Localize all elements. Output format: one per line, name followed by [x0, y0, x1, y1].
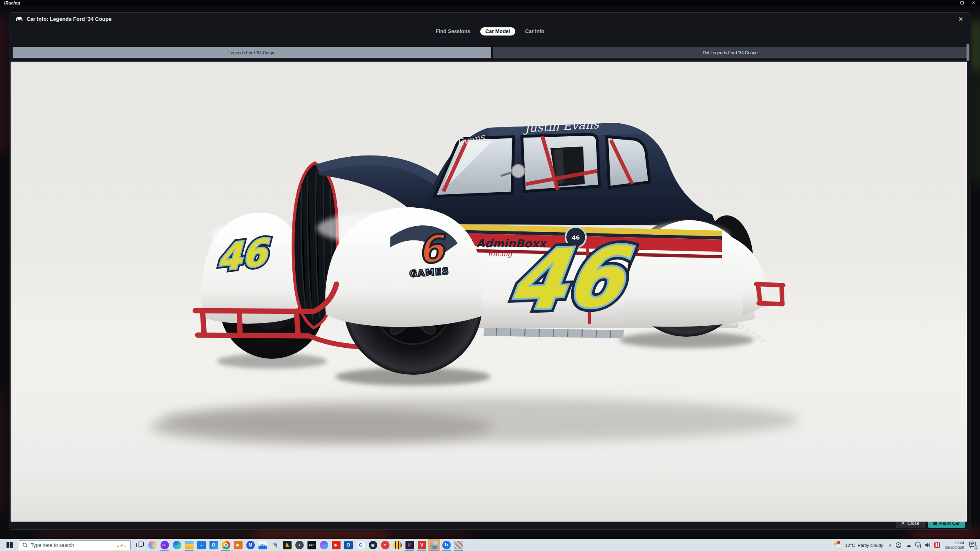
network-icon[interactable] [915, 542, 922, 549]
taskbar-icon-films-tv[interactable]: ▶ [232, 539, 244, 551]
search-highlights-icon[interactable]: ✦✦✦ [116, 541, 127, 549]
backdrop-glow [973, 20, 980, 73]
backdrop-glow [973, 78, 980, 184]
taskbar-icon-microsoft-store[interactable]: ▪ [195, 539, 207, 551]
car-model-bars: Legends Ford '34 CoupeDirt Legends Ford … [13, 47, 967, 58]
tab-find-sessions[interactable]: Find Sessions [434, 27, 472, 36]
taskbar-icon-active-browser[interactable] [428, 539, 440, 551]
backdrop-glow [0, 392, 6, 514]
minimize-button[interactable]: – [948, 1, 953, 5]
taskbar-search[interactable]: ✦✦✦ [19, 540, 131, 550]
file-explorer-icon [185, 541, 194, 549]
svg-text:46: 46 [503, 229, 637, 329]
taskbar: ✦✦✦ G+▪O▶Msky◥♞•BBC▶OG◉≈MV↻ 12°C Partly … [0, 539, 980, 551]
car-render: 46 46 46 Justin Evans [11, 62, 967, 522]
tab-car-model[interactable]: Car Model [480, 27, 515, 36]
bee-app-icon [393, 541, 402, 549]
pixel-game-icon [454, 541, 463, 549]
modal-title: Car Info: Legends Ford '34 Coupe [27, 16, 111, 22]
svg-text:Racing: Racing [488, 250, 513, 258]
taskbar-icon-file-explorer[interactable] [183, 539, 195, 551]
tray-chevron-icon[interactable]: ∧ [889, 543, 891, 547]
bird-game-icon: ◥ [271, 541, 279, 549]
paint-icon [933, 521, 937, 525]
backdrop-glow [911, 530, 980, 539]
task-view-button[interactable] [132, 539, 145, 551]
notification-center[interactable]: 1 [969, 541, 978, 549]
taskbar-icon-edge[interactable] [171, 539, 183, 551]
taskbar-icon-expressvpn[interactable]: ≈ [379, 539, 391, 551]
car-icon [15, 16, 23, 22]
side-mirror [512, 164, 525, 178]
chrome-icon [222, 541, 230, 549]
backdrop-glow [37, 531, 470, 539]
clock-app-icon: • [295, 541, 304, 549]
outlook-icon: O [209, 541, 218, 549]
mcafee-icon: M [405, 541, 414, 549]
taskbar-icon-game-character[interactable]: ♞ [281, 539, 293, 551]
fender-number: 46 46 46 [217, 231, 270, 279]
maximize-button[interactable] [960, 1, 964, 4]
blue-ring-app-icon: G [356, 541, 365, 549]
clock-time: 20:24 [944, 540, 964, 545]
system-tray: 12°C Partly cloudy ∧ ☁ 20:24 09/10/2025 … [834, 539, 980, 551]
clock-date: 09/10/2025 [944, 545, 964, 550]
weather-widget[interactable]: 12°C Partly cloudy [834, 541, 884, 549]
search-input[interactable] [31, 542, 114, 548]
taskbar-icon-copilot[interactable] [146, 539, 158, 551]
app-m-icon: M [246, 541, 255, 549]
taskbar-icon-clock-app[interactable]: • [293, 539, 305, 551]
car-3d-viewer[interactable]: 46 46 46 Justin Evans [11, 62, 967, 522]
tab-car-info[interactable]: Car Info [523, 27, 546, 36]
steam-icon: ◉ [369, 541, 377, 549]
taskbar-icon-bee-app[interactable] [391, 539, 403, 551]
app-titlebar: iRacing – ✕ [0, 0, 980, 6]
weather-icon [834, 541, 843, 549]
start-button[interactable] [0, 539, 19, 551]
taskbar-icon-steam[interactable]: ◉ [367, 539, 379, 551]
taskbar-icon-youtube[interactable]: ▶ [330, 539, 342, 551]
modal-scrollbar-thumb[interactable] [967, 44, 969, 61]
taskbar-icon-drive-sync[interactable]: ↻ [440, 539, 452, 551]
car-info-modal: Car Info: Legends Ford '34 Coupe ✕ Find … [9, 12, 971, 530]
notification-badge: 1 [974, 545, 978, 550]
youtube-icon: ▶ [332, 541, 341, 549]
taskbar-icon-shield-v[interactable]: V [416, 539, 428, 551]
taskbar-clock[interactable]: 20:24 09/10/2025 [944, 540, 964, 550]
bbc-iplayer-icon: BBC [307, 541, 316, 549]
copilot-icon [148, 541, 157, 549]
taskbar-icon-google-plus[interactable]: G+ [158, 539, 171, 551]
backdrop-glow [253, 531, 388, 538]
taskbar-icon-bbc-iplayer[interactable]: BBC [305, 539, 318, 551]
taskbar-icon-pixel-game[interactable] [452, 539, 465, 551]
taskbar-icon-app-m[interactable]: M [244, 539, 256, 551]
edge-icon [173, 541, 181, 549]
weather-condition: Partly cloudy [858, 543, 883, 548]
volume-icon[interactable] [924, 542, 931, 549]
taskbar-icon-mcafee[interactable]: M [403, 539, 416, 551]
game-character-icon: ♞ [283, 541, 292, 549]
close-window-button[interactable]: ✕ [971, 1, 976, 5]
taskbar-icon-bird-game[interactable]: ◥ [269, 539, 281, 551]
tray-app-icon[interactable] [934, 542, 940, 548]
films-tv-icon: ▶ [234, 541, 243, 549]
taskbar-app-icons: G+▪O▶Msky◥♞•BBC▶OG◉≈MV↻ [146, 539, 465, 551]
task-view-icon [136, 543, 142, 547]
sky-go-icon: sky [258, 541, 267, 549]
taskbar-icon-swirl-app[interactable] [318, 539, 330, 551]
taskbar-icon-sky-go[interactable]: sky [256, 539, 269, 551]
iracing-logo: iRacing [4, 1, 20, 5]
taskbar-icon-outlook[interactable]: O [207, 539, 220, 551]
outlook-classic-icon: O [344, 541, 353, 549]
modal-close-icon[interactable]: ✕ [956, 15, 965, 23]
car-model-legends-ford-34-coupe[interactable]: Legends Ford '34 Coupe [13, 47, 491, 58]
car-model-dirt-legends-ford-34-coupe[interactable]: Dirt Legends Ford '34 Coupe [493, 47, 967, 58]
onedrive-cloud-icon[interactable]: ☁ [905, 542, 912, 549]
taskbar-icon-chrome[interactable] [220, 539, 232, 551]
modal-header: Car Info: Legends Ford '34 Coupe ✕ [9, 13, 971, 25]
taskbar-icon-outlook-classic[interactable]: O [342, 539, 354, 551]
security-icon[interactable] [895, 542, 902, 549]
taskbar-icon-blue-ring-app[interactable]: G [354, 539, 367, 551]
windows-logo-icon [7, 542, 13, 548]
microsoft-store-icon: ▪ [197, 541, 206, 549]
